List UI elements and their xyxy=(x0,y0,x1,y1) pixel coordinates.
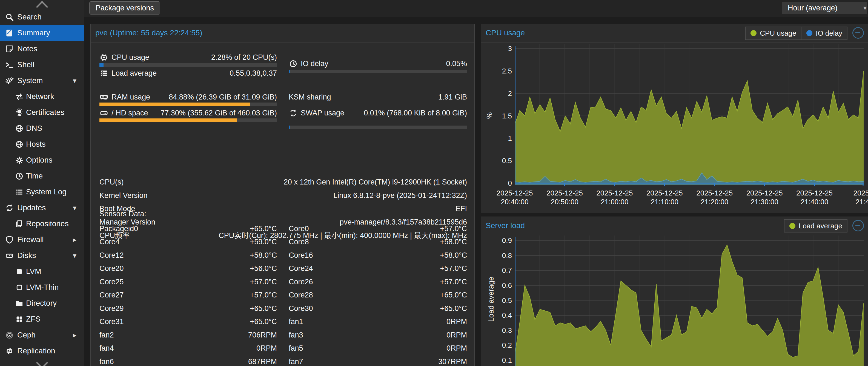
y-axis-tick: 0 xyxy=(486,179,512,188)
sensor-name: Core16 xyxy=(289,251,313,260)
sensor-cell: fan40RPM xyxy=(99,343,277,354)
sidebar-item-search[interactable]: Search xyxy=(0,9,84,25)
sensor-row: fan6687RPMfan7307RPM xyxy=(91,356,474,366)
y-axis-tick: 0.8 xyxy=(486,251,512,260)
y-axis-tick: 2.5 xyxy=(486,66,512,76)
sidebar-item-summary[interactable]: Summary xyxy=(0,25,84,41)
sensor-value: +59.0°C xyxy=(250,238,277,246)
sidebar-item-label: Search xyxy=(17,12,42,21)
sidebar-item-label: System Log xyxy=(26,188,67,196)
sensor-cell: Core31+65.0°C xyxy=(99,316,277,327)
y-axis-tick: 0.3 xyxy=(486,326,512,335)
legend-cpu-usage[interactable]: CPU usage xyxy=(745,27,801,40)
caret-down-icon: ▾ xyxy=(73,77,76,85)
server-load-chart[interactable] xyxy=(515,235,864,366)
y-axis-tick: 0.7 xyxy=(486,266,512,275)
sensor-cell: Core26+57.0°C xyxy=(289,276,467,287)
legend-io-delay-label: IO delay xyxy=(816,29,842,37)
io-delay-legend-dot-icon xyxy=(806,30,812,36)
info-value: Linux 6.8.12-8-pve (2025-01-24T12:32Z) xyxy=(333,191,467,200)
hd-space-label: / HD space xyxy=(112,109,148,117)
sidebar-item-disks[interactable]: Disks▾ xyxy=(0,248,84,263)
sensor-name: fan4 xyxy=(99,344,114,353)
package-versions-button[interactable]: Package versions xyxy=(89,1,160,15)
sidebar-item-system[interactable]: System▾ xyxy=(0,73,84,89)
sidebar-item-label: Ceph xyxy=(17,331,36,339)
sidebar-item-network[interactable]: Network xyxy=(0,89,84,105)
sensor-value: +57.0°C xyxy=(440,264,467,273)
cpu-chart-legend: CPU usage IO delay xyxy=(745,27,847,40)
copies-icon xyxy=(14,219,24,229)
sensor-value: +57.0°C xyxy=(440,225,467,233)
ksm-sharing-row: KSM sharing 1.91 GiB xyxy=(289,92,467,102)
info-label: Boot Mode xyxy=(99,204,135,213)
sidebar-item-lvm-thin[interactable]: LVM-Thin xyxy=(0,279,84,295)
sidebar-item-dns[interactable]: DNS xyxy=(0,120,84,136)
ksm-sharing-value: 1.91 GiB xyxy=(438,93,467,102)
sensor-value: +57.0°C xyxy=(250,278,277,286)
load-chart-header: Server load Load average xyxy=(481,217,868,235)
ram-usage-row: RAM usage 84.88% (26.39 GiB of 31.09 GiB… xyxy=(99,92,277,102)
sensor-cell: fan10RPM xyxy=(289,316,467,327)
sensor-cell: Core4+59.0°C xyxy=(99,236,277,248)
sensor-value: +65.0°C xyxy=(250,225,277,233)
sensor-row: Packageid0+65.0°CCore0+57.0°C xyxy=(91,223,474,234)
y-axis-tick: 1.5 xyxy=(486,112,512,120)
sensor-cell: Core28+65.0°C xyxy=(289,290,467,301)
undo-zoom-icon[interactable] xyxy=(852,220,864,231)
list-icon xyxy=(14,187,24,197)
caret-right-icon: ▸ xyxy=(73,235,76,244)
undo-zoom-icon[interactable] xyxy=(852,27,864,39)
sensor-name: Core26 xyxy=(289,278,313,286)
chevron-down-icon: ▾ xyxy=(863,4,867,12)
io-delay-row: IO delay 0.05% xyxy=(289,59,467,68)
sidebar-item-directory[interactable]: Directory xyxy=(0,295,84,311)
sidebar-item-notes[interactable]: Notes xyxy=(0,41,84,57)
sidebar-item-label: Repositories xyxy=(26,219,69,228)
sidebar-item-label: Network xyxy=(26,92,54,101)
sidebar-item-options[interactable]: Options xyxy=(0,152,84,168)
sensor-name: Core29 xyxy=(99,304,124,313)
sensor-value: 0RPM xyxy=(446,331,467,339)
y-axis-tick: 2 xyxy=(486,89,512,98)
sidebar-item-hosts[interactable]: Hosts xyxy=(0,136,84,152)
sidebar-item-lvm[interactable]: LVM xyxy=(0,263,84,279)
sidebar-item-updates[interactable]: Updates▾ xyxy=(0,200,84,216)
sensor-name: Core20 xyxy=(99,264,124,273)
sidebar-item-label: Directory xyxy=(26,299,57,308)
sidebar-item-label: System xyxy=(17,76,43,85)
sensor-row: Core25+57.0°CCore26+57.0°C xyxy=(91,276,474,287)
gears-icon xyxy=(4,76,14,86)
sensor-row: fan2706RPMfan30RPM xyxy=(91,330,474,340)
sensor-value: 0RPM xyxy=(446,317,467,326)
sidebar-item-replication[interactable]: Replication xyxy=(0,343,84,359)
sensor-cell: Core12+58.0°C xyxy=(99,250,277,261)
sidebar-item-repositories[interactable]: Repositories xyxy=(0,216,84,232)
timeframe-select[interactable]: Hour (average) ▾ xyxy=(782,2,867,14)
sensor-row: Core20+56.0°CCore24+57.0°C xyxy=(91,263,474,274)
sensor-value: 0RPM xyxy=(446,344,467,353)
sensor-name: Core28 xyxy=(289,291,313,300)
cpu-chart-header: CPU usage CPU usage IO delay xyxy=(481,24,868,43)
info-value: EFI xyxy=(456,204,467,213)
server-load-chart-panel: Server load Load average Load average 0.… xyxy=(481,217,868,366)
shield-icon xyxy=(4,235,14,245)
legend-load-average[interactable]: Load average xyxy=(784,219,847,232)
cpu-usage-label: CPU usage xyxy=(112,53,149,62)
sidebar-item-shell[interactable]: Shell xyxy=(0,57,84,73)
sensor-name: fan3 xyxy=(289,331,303,339)
sensor-name: Packageid0 xyxy=(99,225,138,233)
terminal-icon xyxy=(4,60,14,69)
sidebar-item-zfs[interactable]: ZFS xyxy=(0,311,84,327)
sidebar-item-certificates[interactable]: Certificates xyxy=(0,105,84,120)
sidebar-item-ceph[interactable]: Ceph▸ xyxy=(0,327,84,343)
legend-load-average-label: Load average xyxy=(799,222,842,230)
sidebar-item-time[interactable]: Time xyxy=(0,168,84,184)
cpu-usage-chart[interactable] xyxy=(515,44,864,187)
server-icon xyxy=(99,69,108,78)
sidebar-item-firewall[interactable]: Firewall▸ xyxy=(0,232,84,248)
sidebar-item-system-log[interactable]: System Log xyxy=(0,184,84,200)
clock-icon xyxy=(14,171,24,181)
x-axis-tick: 2025-121:49 xyxy=(837,189,868,206)
legend-io-delay[interactable]: IO delay xyxy=(801,27,847,40)
